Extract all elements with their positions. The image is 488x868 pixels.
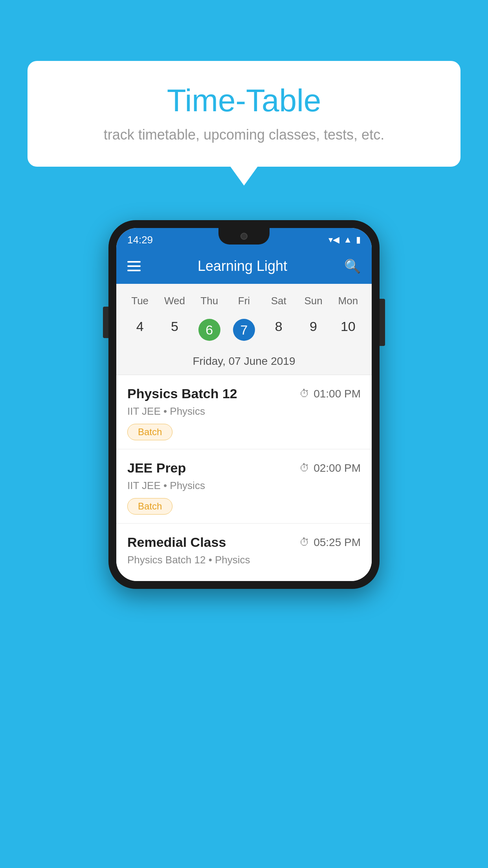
day-wed: Wed <box>157 292 192 310</box>
app-bar-title: Learning Light <box>150 258 335 274</box>
date-7-circle[interactable]: 7 <box>233 319 255 341</box>
schedule-item-2-time-text: 02:00 PM <box>314 462 361 474</box>
app-subtitle: track timetable, upcoming classes, tests… <box>51 127 437 143</box>
day-mon: Mon <box>331 292 365 310</box>
date-5[interactable]: 5 <box>157 315 192 345</box>
speech-bubble-container: Time-Table track timetable, upcoming cla… <box>28 61 460 167</box>
selected-date-label: Friday, 07 June 2019 <box>123 351 365 375</box>
clock-icon-2: ⏱ <box>299 462 310 474</box>
date-4[interactable]: 4 <box>123 315 157 345</box>
phone-outer: 14:29 ▾◀ ▲ ▮ Learning Light 🔍 Tue <box>108 220 380 589</box>
day-sat: Sat <box>261 292 296 310</box>
schedule-item-physics-batch[interactable]: Physics Batch 12 ⏱ 01:00 PM IIT JEE • Ph… <box>116 375 372 449</box>
speech-bubble: Time-Table track timetable, upcoming cla… <box>28 61 460 167</box>
schedule-item-1-time: ⏱ 01:00 PM <box>299 388 361 400</box>
schedule-item-1-title: Physics Batch 12 <box>127 386 237 401</box>
clock-icon-1: ⏱ <box>299 388 310 400</box>
signal-icon: ▲ <box>343 235 352 245</box>
schedule-list: Physics Batch 12 ⏱ 01:00 PM IIT JEE • Ph… <box>116 375 372 581</box>
calendar-dates: 4 5 6 7 8 9 10 <box>123 315 365 345</box>
clock-icon-3: ⏱ <box>299 536 310 548</box>
schedule-item-2-subtitle: IIT JEE • Physics <box>127 480 361 492</box>
schedule-item-3-header: Remedial Class ⏱ 05:25 PM <box>127 535 361 550</box>
date-6[interactable]: 6 <box>192 315 227 345</box>
batch-badge-1: Batch <box>127 424 172 440</box>
phone-inner: 14:29 ▾◀ ▲ ▮ Learning Light 🔍 Tue <box>116 228 372 581</box>
front-camera <box>240 233 248 240</box>
date-6-circle[interactable]: 6 <box>198 319 220 341</box>
schedule-item-1-time-text: 01:00 PM <box>314 388 361 400</box>
schedule-item-jee-prep[interactable]: JEE Prep ⏱ 02:00 PM IIT JEE • Physics Ba… <box>116 449 372 524</box>
schedule-item-remedial[interactable]: Remedial Class ⏱ 05:25 PM Physics Batch … <box>116 524 372 581</box>
day-fri: Fri <box>227 292 261 310</box>
schedule-item-3-subtitle: Physics Batch 12 • Physics <box>127 554 361 566</box>
search-icon[interactable]: 🔍 <box>344 258 361 274</box>
wifi-icon: ▾◀ <box>328 235 339 245</box>
batch-badge-2: Batch <box>127 498 172 515</box>
schedule-item-3-title: Remedial Class <box>127 535 226 550</box>
schedule-item-3-time-text: 05:25 PM <box>314 536 361 549</box>
app-bar: Learning Light 🔍 <box>116 248 372 284</box>
battery-icon: ▮ <box>356 235 361 245</box>
calendar-section: Tue Wed Thu Fri Sat Sun Mon 4 5 6 7 <box>116 284 372 375</box>
schedule-item-1-header: Physics Batch 12 ⏱ 01:00 PM <box>127 386 361 401</box>
status-time: 14:29 <box>127 234 153 246</box>
schedule-item-2-header: JEE Prep ⏱ 02:00 PM <box>127 460 361 476</box>
date-7[interactable]: 7 <box>227 315 261 345</box>
date-10[interactable]: 10 <box>331 315 365 345</box>
date-8[interactable]: 8 <box>261 315 296 345</box>
schedule-item-2-time: ⏱ 02:00 PM <box>299 462 361 474</box>
day-tue: Tue <box>123 292 157 310</box>
schedule-item-3-time: ⏱ 05:25 PM <box>299 536 361 549</box>
status-icons: ▾◀ ▲ ▮ <box>328 235 361 245</box>
hamburger-menu-icon[interactable] <box>127 261 141 271</box>
date-9[interactable]: 9 <box>296 315 330 345</box>
day-sun: Sun <box>296 292 330 310</box>
app-title-heading: Time-Table <box>51 83 437 119</box>
schedule-item-2-title: JEE Prep <box>127 460 186 476</box>
phone-mockup: 14:29 ▾◀ ▲ ▮ Learning Light 🔍 Tue <box>108 220 380 868</box>
calendar-day-names: Tue Wed Thu Fri Sat Sun Mon <box>123 292 365 310</box>
phone-notch <box>218 228 270 245</box>
day-thu: Thu <box>192 292 227 310</box>
schedule-item-1-subtitle: IIT JEE • Physics <box>127 405 361 417</box>
